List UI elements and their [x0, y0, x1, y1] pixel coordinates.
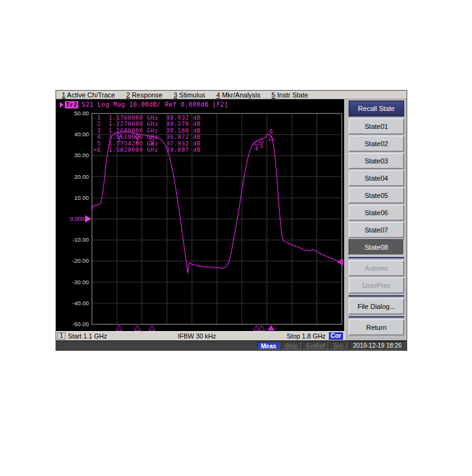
- active-marker-axis-icon: [267, 325, 275, 330]
- channel-number-badge: 1: [57, 332, 65, 340]
- softkey-userpres: UserPres: [349, 277, 404, 293]
- main-area: Tr2 S21 Log Mag 10.00dB/ Ref 0.000dB [F2…: [56, 99, 407, 340]
- marker-axis-icon: [259, 326, 265, 330]
- instrument-screen: Tr2 S21 Log Mag 10.00dB/ Ref 0.000dB [F2…: [56, 99, 344, 331]
- trace-end-marker-icon: [337, 258, 343, 266]
- channel-status-bar: 1 Start 1.1 GHz IFBW 30 kHz Stop 1.8 GHz…: [56, 331, 344, 340]
- ifbw-label: IFBW 30 kHz: [178, 332, 216, 340]
- softkey-state01[interactable]: State01: [349, 118, 404, 134]
- softkey-file-dialog[interactable]: File Dialog...: [349, 298, 404, 314]
- vna-window: 1 Active Ch/Trace2 Response3 Stimulus4 M…: [56, 90, 407, 351]
- softkey-state08[interactable]: State08: [349, 239, 404, 255]
- menu-item-instr-state[interactable]: 5 Instr State: [266, 91, 313, 99]
- menu-item-mkr-analysis[interactable]: 4 Mkr/Analysis: [211, 91, 267, 99]
- marker-2-label: 2: [136, 138, 139, 144]
- softkey-return[interactable]: Return: [349, 319, 404, 335]
- softkey-autorec: Autorec: [349, 260, 404, 276]
- stop-frequency-label: Stop 1.8 GHz: [287, 332, 326, 340]
- ref-level-marker-icon: [85, 215, 91, 223]
- marker-axis-icon: [116, 326, 122, 330]
- correction-badge: Cor: [329, 332, 343, 340]
- menu-item-active-ch-trace[interactable]: 1 Active Ch/Trace: [56, 91, 120, 99]
- meas-indicator: Meas: [257, 342, 280, 350]
- marker-1-label: 1: [117, 137, 120, 143]
- softkey-group-separator: [349, 316, 404, 318]
- softkey-group-separator: [349, 295, 404, 297]
- marker-3-label: 3: [150, 141, 153, 147]
- svc-indicator: Svc: [329, 342, 347, 350]
- marker-6-label: 6: [270, 128, 273, 134]
- extref-indicator: ExtRef: [302, 342, 328, 350]
- softkey-group-separator: [349, 257, 404, 258]
- softkey-state05[interactable]: State05: [349, 187, 404, 203]
- softkey-menu-title: Recall State: [349, 101, 404, 117]
- marker-axis-icon: [254, 326, 260, 330]
- page: { "menu": { "items": [ {"key": "1", "lab…: [0, 0, 472, 476]
- marker-4-label: 4: [255, 146, 258, 152]
- softkey-state03[interactable]: State03: [349, 153, 404, 169]
- instrument-status-bar: Meas Stop ExtRef Svc 2019-12-19 18:26: [56, 340, 407, 350]
- marker-5-label: 5: [260, 143, 263, 149]
- menu-item-response[interactable]: 2 Response: [120, 91, 168, 99]
- menu-item-stimulus[interactable]: 3 Stimulus: [168, 91, 210, 99]
- softkey-state07[interactable]: State07: [349, 222, 404, 238]
- screen-column: Tr2 S21 Log Mag 10.00dB/ Ref 0.000dB [F2…: [56, 99, 344, 340]
- marker-axis-icon: [149, 326, 155, 330]
- softkey-state02[interactable]: State02: [349, 136, 404, 152]
- softkey-panel: Recall State State01State02State03State0…: [344, 99, 407, 340]
- softkey-state04[interactable]: State04: [349, 170, 404, 186]
- softkey-state06[interactable]: State06: [349, 205, 404, 221]
- marker-axis-icon: [134, 326, 140, 330]
- start-frequency-label: Start 1.1 GHz: [68, 332, 107, 340]
- sweep-stop-indicator: Stop: [281, 342, 302, 350]
- datetime-display: 2019-12-19 18:26: [349, 341, 405, 350]
- trace-plot: 123456: [56, 99, 344, 331]
- menu-bar: 1 Active Ch/Trace2 Response3 Stimulus4 M…: [56, 91, 407, 99]
